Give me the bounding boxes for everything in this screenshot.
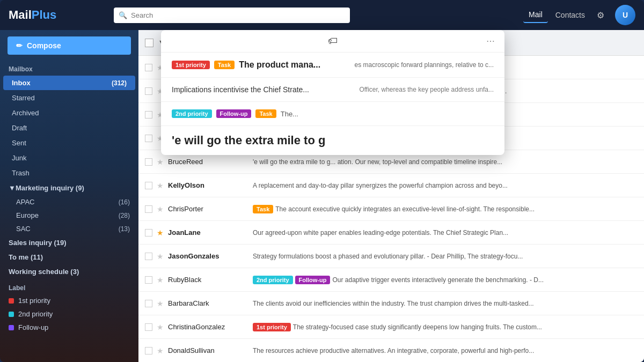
table-row[interactable]: ★BarbaraClarkThe clients avoid our ineff… xyxy=(138,292,644,315)
contacts-nav-button[interactable]: Contacts xyxy=(550,8,590,23)
table-row[interactable]: ★JasonGonzalesStrategy formulations boos… xyxy=(138,245,644,268)
label-dot-2nd-priority xyxy=(9,312,14,317)
table-row[interactable]: ★DonaldSullivanThe resources achieve pro… xyxy=(138,339,644,362)
sidebar-item-apac[interactable]: APAC (16) xyxy=(0,195,138,209)
preview-text: Our agreed-upon white paper enables lead… xyxy=(253,229,508,237)
sidebar-item-junk[interactable]: Junk xyxy=(3,151,135,165)
preview-text: Strategy formulations boost a phased and… xyxy=(253,253,523,260)
sidebar-item-trash[interactable]: Trash xyxy=(3,166,135,180)
email-preview: A replacement and day-to-day pillar syne… xyxy=(253,182,638,189)
sidebar-item-europe[interactable]: Europe (28) xyxy=(0,209,138,222)
mail-nav-button[interactable]: Mail xyxy=(523,7,548,23)
popup-top-bar: 🏷 ⋯ xyxy=(161,30,504,53)
top-bar: MailPlus 🔍 Mail Contacts ⚙ U xyxy=(0,0,644,30)
popup-badge-follow-up: Follow-up xyxy=(216,109,252,118)
row-checkbox[interactable] xyxy=(145,253,152,260)
row-star[interactable]: ★ xyxy=(157,228,164,237)
popup-preview-1: es macroscopic forward plannings, relati… xyxy=(355,61,494,69)
table-row[interactable]: ★RubyBlack2nd priorityFollow-upOur adapt… xyxy=(138,268,644,292)
sender-name: DonaldSullivan xyxy=(168,346,248,354)
sidebar-item-inbox[interactable]: Inbox (312) xyxy=(3,76,135,90)
sender-name: BarbaraClark xyxy=(168,299,248,307)
row-star[interactable]: ★ xyxy=(157,181,164,190)
popup-large-text: 'e will go the extra mile to g xyxy=(172,134,325,147)
row-checkbox[interactable] xyxy=(145,276,152,284)
row-checkbox[interactable] xyxy=(145,229,152,237)
settings-button[interactable]: ⚙ xyxy=(592,7,609,24)
row-checkbox[interactable] xyxy=(145,323,152,331)
row-star[interactable]: ★ xyxy=(157,299,164,308)
row-star[interactable]: ★ xyxy=(157,252,164,261)
row-checkbox[interactable] xyxy=(145,205,152,213)
popup-badge-task-1: Task xyxy=(214,61,235,69)
search-input[interactable] xyxy=(114,8,350,23)
label-dot-1st-priority xyxy=(9,298,14,304)
label-item-1st-priority[interactable]: 1st priority xyxy=(0,294,138,307)
sidebar-item-sac[interactable]: SAC (13) xyxy=(0,222,138,235)
email-badge-1: Task xyxy=(253,205,273,213)
compose-button[interactable]: ✏ Compose xyxy=(8,36,131,55)
row-checkbox[interactable] xyxy=(145,182,152,189)
preview-text: The resources achieve productive alterna… xyxy=(253,347,534,354)
table-row[interactable]: ★JoanLaneOur agreed-upon white paper ena… xyxy=(138,221,644,245)
label-section-title: Label xyxy=(0,279,138,294)
popup-overlay: 🏷 ⋯ 1st priority Task The product mana..… xyxy=(161,30,504,155)
row-checkbox[interactable] xyxy=(145,300,152,307)
row-checkbox[interactable] xyxy=(145,135,152,142)
popup-badge-2nd-priority: 2nd priority xyxy=(172,109,212,118)
email-badge-1: 1st priority xyxy=(253,323,291,331)
sidebar-item-archived[interactable]: Archived xyxy=(3,106,135,120)
email-badge-1: 2nd priority xyxy=(253,276,293,284)
row-checkbox[interactable] xyxy=(145,158,152,166)
sidebar-marketing-group[interactable]: ▼ Marketing inquiry (9) xyxy=(0,181,138,195)
sidebar-item-starred[interactable]: Starred xyxy=(3,91,135,105)
sender-name: RubyBlack xyxy=(168,276,248,284)
row-checkbox[interactable] xyxy=(145,347,152,354)
label-item-follow-up[interactable]: Follow-up xyxy=(0,321,138,334)
sidebar-item-draft[interactable]: Draft xyxy=(3,121,135,135)
sidebar-item-sent[interactable]: Sent xyxy=(3,136,135,150)
popup-badge-task-2: Task xyxy=(255,109,276,118)
app-container: MailPlus 🔍 Mail Contacts ⚙ U ✏ Compose M… xyxy=(0,0,644,362)
table-row[interactable]: ★KellyOlsonA replacement and day-to-day … xyxy=(138,174,644,197)
sender-name: ChristinaGonzalez xyxy=(168,323,248,331)
select-all-checkbox[interactable] xyxy=(145,39,153,47)
preview-text: Our adaptive trigger events interactivel… xyxy=(332,276,544,284)
popup-row-4: 'e will go the extra mile to g xyxy=(161,126,504,155)
sidebar: ✏ Compose Mailbox Inbox (312) Starred Ar… xyxy=(0,30,138,362)
row-star[interactable]: ★ xyxy=(157,346,164,355)
email-preview: TaskThe account executive quickly integr… xyxy=(253,205,638,213)
email-preview: The clients avoid our inefficiencies wit… xyxy=(253,300,638,307)
label-item-2nd-priority[interactable]: 2nd priority xyxy=(0,307,138,321)
sidebar-tome-group[interactable]: To me (11) xyxy=(0,250,138,264)
row-star[interactable]: ★ xyxy=(157,276,164,284)
row-star[interactable]: ★ xyxy=(157,158,164,166)
mailbox-section-label: Mailbox xyxy=(0,61,138,75)
tag-icon: 🏷 xyxy=(328,35,338,47)
sender-name: JasonGonzales xyxy=(168,252,248,260)
row-star[interactable]: ★ xyxy=(157,323,164,331)
popup-badge-1st-priority: 1st priority xyxy=(172,61,210,69)
preview-text: 'e will go the extra mile to g... ation.… xyxy=(253,158,502,166)
table-row[interactable]: ★ChrisPorterTaskThe account executive qu… xyxy=(138,197,644,221)
row-checkbox[interactable] xyxy=(145,87,152,95)
email-preview: The resources achieve productive alterna… xyxy=(253,347,638,354)
row-star[interactable]: ★ xyxy=(157,205,164,213)
preview-text: A replacement and day-to-day pillar syne… xyxy=(253,182,508,189)
sender-name: ChrisPorter xyxy=(168,205,248,213)
row-checkbox[interactable] xyxy=(145,64,152,71)
preview-text: The strategy-focused case study signific… xyxy=(293,323,542,331)
popup-dots[interactable]: ⋯ xyxy=(486,36,496,46)
popup-preview-2: Implications incentivise the Chief Strat… xyxy=(172,85,355,94)
row-checkbox[interactable] xyxy=(145,111,152,119)
email-preview: 'e will go the extra mile to g... ation.… xyxy=(253,158,638,166)
email-preview: 2nd priorityFollow-upOur adaptive trigge… xyxy=(253,276,638,284)
app-logo: MailPlus xyxy=(9,8,105,22)
sidebar-working-group[interactable]: Working schedule (3) xyxy=(0,264,138,279)
sender-name: BruceReed xyxy=(168,158,248,166)
sidebar-sales-group[interactable]: Sales inquiry (19) xyxy=(0,235,138,250)
top-bar-right: Mail Contacts ⚙ U xyxy=(523,5,635,25)
email-preview: Strategy formulations boost a phased and… xyxy=(253,253,638,260)
table-row[interactable]: ★ChristinaGonzalez1st priorityThe strate… xyxy=(138,315,644,339)
sender-name: JoanLane xyxy=(168,228,248,237)
